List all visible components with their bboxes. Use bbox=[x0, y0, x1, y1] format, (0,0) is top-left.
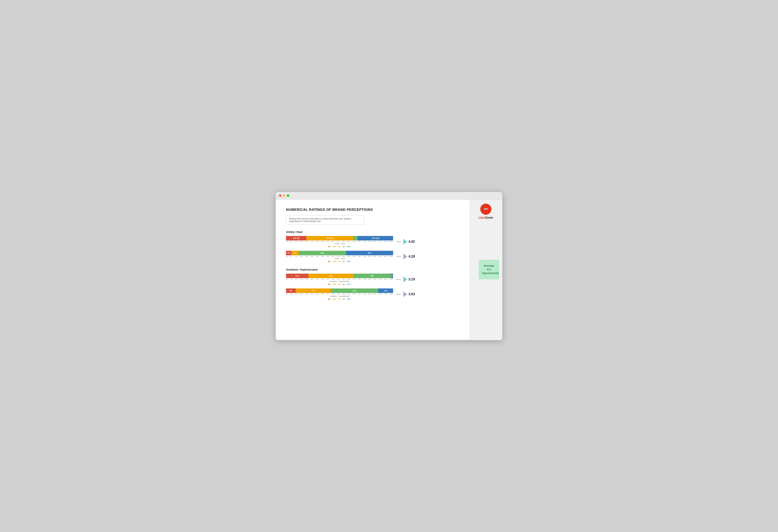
chart-row-untidy-1: 19% (5) 44% (11) 33% (14) 0%5%10%15%20%2… bbox=[286, 236, 459, 248]
legend-item: 1 bbox=[328, 298, 331, 300]
mean-value: 3.63 bbox=[408, 292, 415, 296]
chart-label: Outdated — Sophisticated bbox=[286, 295, 393, 297]
mean-label: Mean bbox=[396, 293, 401, 295]
chart-row-outdated-1: 21% 42% 35% 2% 0%5%10%15%20%25%30%35%40%… bbox=[286, 274, 459, 285]
avg-improvement-box: Average 0.5 improvement bbox=[479, 260, 499, 279]
instruction-box: Analyse the layouts and select a choice … bbox=[286, 215, 364, 225]
mean-value: 4.02 bbox=[408, 240, 415, 244]
stacked-bar-untidy-1: 19% (5) 44% (11) 33% (14) bbox=[286, 236, 393, 241]
main-content: NUMERICAL RATINGS OF BRAND PERCEPTIONS A… bbox=[276, 199, 469, 340]
bar-segment: 44% bbox=[346, 251, 393, 255]
logo-container: UserZoom bbox=[479, 204, 493, 219]
legend-item: 5 bbox=[348, 260, 351, 262]
axis-ticks: 0%5%10%15%20%25%30%35%40%45%50%55%60%65%… bbox=[286, 241, 393, 242]
chart-label: Untidy — Neat bbox=[286, 243, 393, 245]
bar-segment: 44% bbox=[299, 251, 346, 255]
legend-item: 3 bbox=[338, 260, 341, 262]
chart-container-untidy-1: 19% (5) 44% (11) 33% (14) 0%5%10%15%20%2… bbox=[286, 236, 393, 248]
logo-zoom: Zoom bbox=[485, 216, 493, 219]
bar-segment: 33% (14) bbox=[358, 236, 393, 241]
mean-value: 3.19 bbox=[408, 277, 415, 281]
traffic-light-red[interactable] bbox=[279, 194, 282, 197]
userzoom-owl-svg bbox=[482, 205, 489, 213]
mean-container-outdated-1: Mean 3.19 bbox=[396, 276, 415, 282]
legend-item: 2 bbox=[333, 283, 336, 285]
bar-segment: 44% (11) bbox=[306, 236, 354, 241]
bar-segment: 19% (5) bbox=[286, 236, 306, 241]
bar-segment: 9% bbox=[286, 288, 296, 293]
bar-segment: 14% bbox=[378, 288, 393, 293]
legend-item: 2 bbox=[333, 298, 336, 300]
instruction-text: Analyse the layouts and select a choice … bbox=[289, 217, 351, 223]
legend-item: 2 bbox=[333, 246, 336, 248]
bar-segment: 44% bbox=[331, 288, 378, 293]
legend-item: 3 bbox=[338, 283, 341, 285]
mean-container-untidy-1: Mean 4.02 bbox=[396, 239, 415, 245]
bar-segment bbox=[354, 236, 358, 241]
legend-item: 4 bbox=[343, 246, 346, 248]
mean-value: 4.28 bbox=[408, 255, 415, 258]
stacked-bar-outdated-1: 21% 42% 35% 2% bbox=[286, 274, 393, 278]
bar-segment: 35% bbox=[354, 274, 391, 278]
traffic-lights bbox=[279, 194, 289, 197]
bar-segment: 2% bbox=[391, 274, 393, 278]
logo-text: UserZoom bbox=[479, 216, 493, 219]
legend-untidy-2: 1 2 3 4 5 bbox=[286, 260, 393, 262]
chart-row-untidy-2: 5% 7% 44% 44% 0%5%10%15%20%25%30%35%40%4… bbox=[286, 251, 459, 262]
legend-item: 4 bbox=[343, 283, 346, 285]
section-outdated-sophisticated: Outdated / Sophisticated 21% 42% 35% 2% … bbox=[286, 268, 459, 300]
bar-segment: 7% bbox=[291, 251, 299, 255]
traffic-light-yellow[interactable] bbox=[283, 194, 285, 197]
legend-item: 5 bbox=[348, 283, 351, 285]
stacked-bar-untidy-2: 5% 7% 44% 44% bbox=[286, 251, 393, 255]
chart-label: Untidy — Neat bbox=[286, 258, 393, 259]
chart-row-outdated-2: 9% 33% 44% 14% 0%5%10%15%20%25%30%35%40%… bbox=[286, 288, 459, 300]
bar-segment: 33% bbox=[296, 288, 331, 293]
axis-ticks: 0%5%10%15%20%25%30%35%40%45%50%55%60%65%… bbox=[286, 293, 393, 295]
bar-segment: 5% bbox=[286, 251, 291, 255]
logo-user: User bbox=[479, 216, 485, 219]
legend-item: 5 bbox=[348, 298, 351, 300]
chart-container-untidy-2: 5% 7% 44% 44% 0%5%10%15%20%25%30%35%40%4… bbox=[286, 251, 393, 262]
browser-chrome bbox=[276, 192, 502, 199]
svg-point-0 bbox=[483, 206, 489, 212]
section-untidy-neat: Untidy / Neat 19% (5) 44% (11) 33% (14) … bbox=[286, 231, 459, 262]
bar-segment: 21% bbox=[286, 274, 308, 278]
legend-outdated-1: 1 2 3 4 5 bbox=[286, 283, 393, 285]
legend-item: 1 bbox=[328, 246, 331, 248]
chart-container-outdated-1: 21% 42% 35% 2% 0%5%10%15%20%25%30%35%40%… bbox=[286, 274, 393, 285]
svg-point-6 bbox=[487, 208, 487, 209]
mean-label: Mean bbox=[396, 256, 401, 258]
legend-item: 4 bbox=[343, 260, 346, 262]
legend-untidy-1: 1 2 3 4 5 bbox=[286, 246, 393, 248]
browser-content: NUMERICAL RATINGS OF BRAND PERCEPTIONS A… bbox=[276, 199, 502, 340]
mean-container-untidy-2: Mean 4.28 bbox=[396, 254, 415, 259]
mean-label: Mean bbox=[396, 278, 401, 280]
mean-container-outdated-2: Mean 3.63 bbox=[396, 291, 415, 297]
avg-improvement-text: Average 0.5 improvement bbox=[482, 264, 499, 275]
legend-outdated-2: 1 2 3 4 5 bbox=[286, 298, 393, 300]
legend-item: 3 bbox=[338, 246, 341, 248]
svg-point-5 bbox=[485, 208, 485, 209]
legend-item: 5 bbox=[348, 246, 351, 248]
section-title-untidy-neat: Untidy / Neat bbox=[286, 231, 459, 234]
stacked-bar-outdated-2: 9% 33% 44% 14% bbox=[286, 288, 393, 293]
mean-arrow-purple-icon bbox=[403, 254, 407, 259]
legend-item: 2 bbox=[333, 260, 336, 262]
legend-item: 1 bbox=[328, 260, 331, 262]
userzoom-logo-icon bbox=[480, 204, 491, 215]
mean-arrow-purple-icon bbox=[403, 291, 407, 297]
legend-item: 4 bbox=[343, 298, 346, 300]
browser-window: NUMERICAL RATINGS OF BRAND PERCEPTIONS A… bbox=[276, 192, 502, 340]
legend-item: 3 bbox=[338, 298, 341, 300]
chart-container-outdated-2: 9% 33% 44% 14% 0%5%10%15%20%25%30%35%40%… bbox=[286, 288, 393, 300]
bar-segment: 42% bbox=[308, 274, 354, 278]
traffic-light-green[interactable] bbox=[287, 194, 289, 197]
page-title: NUMERICAL RATINGS OF BRAND PERCEPTIONS bbox=[286, 208, 459, 212]
axis-ticks: 0%5%10%15%20%25%30%35%40%45%50%55%60%65%… bbox=[286, 256, 393, 257]
axis-ticks: 0%5%10%15%20%25%30%35%40%45%50%55%60%65%… bbox=[286, 279, 393, 280]
legend-item: 1 bbox=[328, 283, 331, 285]
mean-label: Mean bbox=[396, 241, 401, 243]
chart-label: Outdated — Sophisticated bbox=[286, 280, 393, 282]
mean-arrow-teal-icon bbox=[403, 276, 407, 282]
